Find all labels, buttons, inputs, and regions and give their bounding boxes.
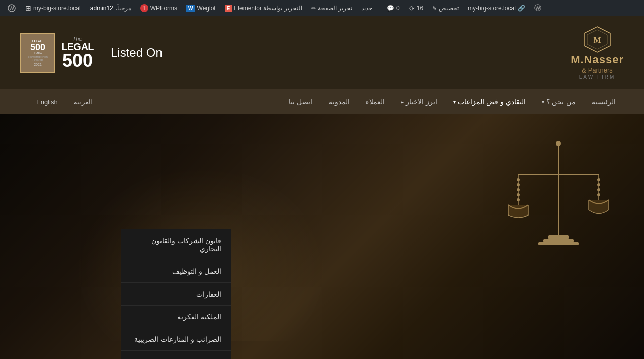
updates-icon: ⟳	[409, 5, 415, 12]
svg-point-18	[597, 178, 600, 181]
dropdown-item-merger[interactable]: الاندماج و الاستحواذ	[121, 351, 231, 359]
admin-domain[interactable]: my-big-store.local 🔗	[465, 0, 528, 16]
nav-arabic[interactable]: العربية	[66, 89, 100, 114]
admin-wp-icon[interactable]: W	[4, 0, 19, 16]
mnasser-lawfirm-text: LAW FIRM	[579, 74, 616, 80]
litigation-dropdown-menu: قانون الشركات والقانون التجاري العمل و ا…	[121, 229, 231, 359]
nav-items-list: الرئيسية من نحن ؟ ▾ التقادي و فض المزاعا…	[20, 89, 624, 114]
nav-lang-switcher: العربية English	[20, 89, 108, 114]
admin-weglot[interactable]: W Weglot	[183, 0, 219, 16]
mnasser-partners-text: & Partners	[582, 66, 612, 74]
svg-point-17	[517, 198, 520, 201]
hero-section: قانون الشركات والقانون التجاري العمل و ا…	[0, 114, 644, 359]
dropdown-item-realestate[interactable]: العقارات	[121, 283, 231, 306]
admin-bar: W ⊞ my-big-store.local مرحباً، admin12 1…	[0, 0, 644, 16]
site-header: LEGAL 500 EMEA RECOMMENDEDLAWYER 2021 Th…	[0, 16, 644, 89]
admin-comments[interactable]: 💬 0	[384, 0, 403, 16]
mnasser-logo[interactable]: M M.Nasser & Partners LAW FIRM	[571, 26, 624, 80]
nav-item-news[interactable]: ابرز الاخبار ▸	[393, 89, 445, 114]
legal500-badge: LEGAL 500 EMEA RECOMMENDEDLAWYER 2021	[20, 33, 55, 73]
weglot-icon: W	[186, 5, 195, 12]
mnasser-logo-container: M M.Nasser & Partners LAW FIRM	[571, 26, 624, 80]
comments-icon: 💬	[387, 5, 394, 12]
nav-item-litigation[interactable]: التقادي و فض المزاعات ▾	[445, 89, 534, 114]
svg-text:W: W	[9, 6, 14, 11]
svg-point-9	[556, 141, 561, 146]
svg-text:M: M	[593, 36, 601, 44]
admin-site-name[interactable]: ⊞ my-big-store.local	[22, 0, 84, 16]
news-dropdown-arrow: ▸	[401, 99, 404, 105]
scales-of-justice-icon	[503, 134, 614, 296]
nav-item-blog[interactable]: المدونة	[320, 89, 358, 114]
customize-icon: ✎	[432, 5, 437, 12]
admin-edit-page[interactable]: تحرير الصفحة ✏	[308, 0, 355, 16]
mnasser-name-text: M.Nasser	[571, 53, 624, 66]
dropdown-item-ip[interactable]: الملكية الفكرية	[121, 306, 231, 328]
nav-item-clients[interactable]: العملاء	[358, 89, 393, 114]
nav-item-home[interactable]: الرئيسية	[584, 89, 624, 114]
mnasser-emblem-icon: M	[581, 26, 614, 53]
header-left: LEGAL 500 EMEA RECOMMENDEDLAWYER 2021 Th…	[20, 33, 163, 73]
elementor-icon: E	[225, 5, 232, 12]
svg-point-21	[597, 193, 600, 196]
listed-on-text: Listed On	[111, 46, 163, 60]
legal500-main-logo: The LEGAL 500	[57, 33, 98, 73]
dropdown-item-tax[interactable]: الضرائب و المنازعات الضريبية	[121, 328, 231, 351]
site-navigation: الرئيسية من نحن ؟ ▾ التقادي و فض المزاعا…	[0, 89, 644, 114]
svg-rect-10	[548, 235, 569, 239]
wordpress-icon: W	[7, 4, 16, 13]
dropdown-item-labor[interactable]: العمل و التوظيف	[121, 260, 231, 283]
svg-point-16	[517, 193, 520, 196]
admin-wpforms[interactable]: 1 WPForms	[137, 0, 180, 16]
svg-rect-12	[538, 242, 579, 245]
about-dropdown-arrow: ▾	[542, 99, 544, 105]
admin-elementor[interactable]: E التحرير بواسطة Elementor	[222, 0, 305, 16]
admin-greeting: مرحباً، admin12	[87, 0, 134, 16]
nav-item-contact[interactable]: اتصل بنا	[281, 89, 320, 114]
admin-new[interactable]: جديد +	[358, 0, 381, 16]
wpforms-badge: 1	[140, 4, 148, 12]
admin-customize[interactable]: تخصيص ✎	[429, 0, 462, 16]
svg-point-20	[597, 188, 600, 191]
nav-english[interactable]: English	[28, 89, 66, 114]
dropdown-item-corporate[interactable]: قانون الشركات والقانون التجاري	[121, 229, 231, 260]
svg-point-14	[517, 183, 520, 186]
nav-item-about[interactable]: من نحن ؟ ▾	[534, 89, 584, 114]
legal500-logo[interactable]: LEGAL 500 EMEA RECOMMENDEDLAWYER 2021 Th…	[20, 33, 98, 73]
admin-wp-logo-right[interactable]: Ⓦ	[531, 0, 544, 16]
svg-rect-11	[543, 239, 574, 242]
svg-point-15	[517, 188, 520, 191]
svg-point-13	[517, 178, 520, 181]
external-link-icon: 🔗	[518, 5, 525, 12]
wp-icon-right: Ⓦ	[534, 4, 541, 13]
litigation-dropdown-arrow: ▾	[453, 99, 456, 105]
svg-point-19	[597, 183, 600, 186]
admin-updates[interactable]: ⟳ 16	[406, 0, 426, 16]
